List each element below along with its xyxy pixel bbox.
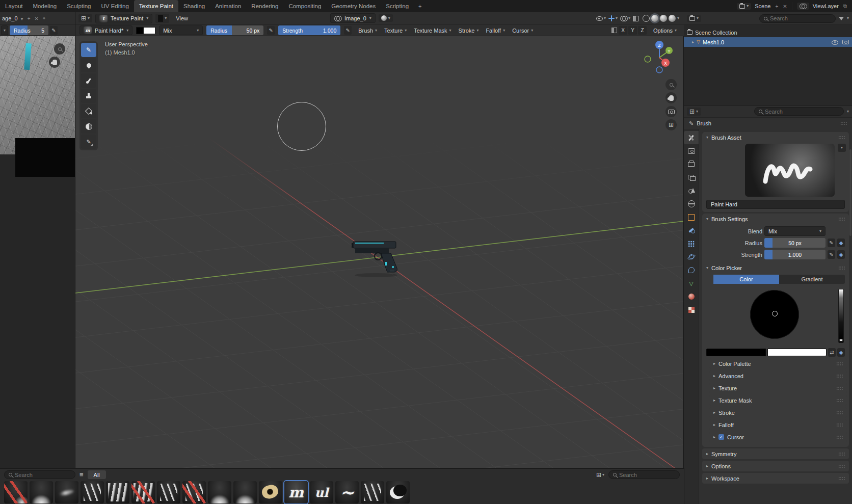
hide-eye-icon[interactable] bbox=[832, 40, 838, 45]
brush-thumbnail[interactable] bbox=[233, 481, 257, 503]
brush-thumbnail[interactable] bbox=[157, 481, 180, 503]
image-radius-slider[interactable]: Radius 5 bbox=[10, 25, 48, 35]
brush-thumbnail[interactable] bbox=[4, 481, 28, 503]
brush-thumbnail[interactable] bbox=[208, 481, 231, 503]
image-name-truncated[interactable]: age_0 bbox=[2, 15, 18, 21]
gun-model[interactable] bbox=[352, 233, 408, 278]
tool-button[interactable] bbox=[81, 43, 96, 57]
mirror-axis-button[interactable]: Y bbox=[628, 26, 637, 35]
new-image-icon[interactable]: + bbox=[26, 16, 32, 21]
mode-dropdown[interactable]: tTexture Paint▾ bbox=[95, 14, 152, 23]
disable-render-icon[interactable] bbox=[842, 40, 849, 44]
properties-search-input[interactable] bbox=[765, 109, 839, 115]
expand-caret-icon[interactable]: ▸ bbox=[692, 40, 694, 44]
scene-name[interactable]: Scene bbox=[754, 3, 771, 9]
properties-tab[interactable] bbox=[684, 184, 699, 197]
radius-pressure-icon[interactable]: ✎ bbox=[828, 238, 835, 247]
strength-slider[interactable]: Strength 1.000 bbox=[278, 25, 340, 35]
solid-shading-button[interactable] bbox=[651, 15, 658, 22]
collapsed-subpanel[interactable]: ▸ ✓ Color Palette bbox=[709, 358, 847, 369]
strength-animate-icon[interactable]: ◆ bbox=[837, 250, 845, 259]
properties-editor-type-button[interactable]: ⊞▾ bbox=[687, 108, 701, 116]
properties-tab[interactable] bbox=[684, 237, 699, 250]
collapsed-subpanel[interactable]: ▸ ✓ Cursor bbox=[709, 432, 847, 442]
properties-tab[interactable] bbox=[684, 263, 699, 277]
outliner-editor-type-button[interactable]: ▾ bbox=[687, 15, 701, 22]
brush-thumbnail[interactable] bbox=[131, 481, 155, 503]
tool-button[interactable] bbox=[81, 73, 96, 88]
navigation-gizmo[interactable]: Z Y X bbox=[640, 38, 679, 77]
shelf-search-input[interactable] bbox=[619, 472, 675, 478]
image-datablock-dropdown[interactable]: Image_0▾ bbox=[330, 13, 376, 23]
strength-slider-prop[interactable]: 1.000 bbox=[764, 250, 826, 259]
brush-thumbnail[interactable] bbox=[335, 481, 359, 503]
popover[interactable]: Cursor▾ bbox=[509, 25, 536, 35]
tool-button[interactable] bbox=[81, 119, 96, 134]
outliner-search[interactable] bbox=[759, 14, 836, 23]
value-slider[interactable] bbox=[838, 289, 844, 343]
popover[interactable]: Texture▾ bbox=[381, 25, 410, 35]
filter-funnel-icon[interactable] bbox=[839, 17, 844, 20]
brush-thumbnail[interactable] bbox=[259, 481, 282, 503]
shelf-menu-icon[interactable]: ≡ bbox=[79, 471, 84, 479]
properties-tab[interactable] bbox=[684, 277, 699, 290]
brush-thumbnail[interactable] bbox=[284, 481, 308, 503]
outliner-filter-caret[interactable]: ▾ bbox=[847, 16, 849, 20]
delete-scene-icon[interactable]: ✕ bbox=[782, 4, 788, 9]
popover[interactable]: Stroke▾ bbox=[456, 25, 482, 35]
rendered-shading-button[interactable] bbox=[669, 15, 676, 22]
collapsed-subpanel[interactable]: ▸ ✓ Texture bbox=[709, 383, 847, 393]
viewport-zoom-icon[interactable] bbox=[665, 79, 677, 90]
viewport-perspective-icon[interactable]: ⊞ bbox=[665, 119, 677, 130]
brush-thumbnail[interactable] bbox=[30, 481, 53, 503]
cursor-checkbox[interactable]: ✓ bbox=[718, 434, 724, 440]
brush-name-field[interactable]: Paint Hard bbox=[706, 200, 845, 209]
brush-thumbnail[interactable] bbox=[182, 481, 206, 503]
secondary-color-swatch[interactable] bbox=[143, 27, 155, 34]
brush-asset-panel-header[interactable]: ▾ Brush Asset bbox=[702, 132, 849, 143]
browse-image-icon[interactable]: ▾ bbox=[20, 16, 24, 21]
properties-scrollbar[interactable] bbox=[849, 149, 851, 236]
mesh-object-row[interactable]: ▸ ▽ Mesh1.0 bbox=[684, 37, 852, 47]
view-menu[interactable]: View bbox=[172, 15, 192, 21]
color-animate-icon[interactable]: ◆ bbox=[837, 348, 845, 357]
collapsed-panel[interactable]: ▸ Workspace bbox=[702, 473, 849, 484]
brush-thumbnail[interactable] bbox=[106, 481, 129, 503]
collapsed-panel[interactable]: ▸ Symmetry bbox=[702, 448, 849, 459]
primary-color-field[interactable] bbox=[706, 349, 766, 356]
viewport-pan-hand-icon[interactable] bbox=[665, 92, 677, 103]
properties-tab[interactable] bbox=[684, 144, 699, 157]
color-mode-button[interactable]: Gradient bbox=[779, 275, 845, 284]
popover[interactable]: Brush▾ bbox=[355, 25, 380, 35]
strength-pressure-icon[interactable]: ✎ bbox=[828, 250, 835, 259]
properties-tab[interactable] bbox=[684, 210, 699, 224]
color-picker-panel-header[interactable]: ▾ Color Picker bbox=[702, 262, 849, 273]
visibility-dropdown[interactable]: ▾ bbox=[596, 16, 606, 21]
workspace-tab[interactable]: Texture Paint bbox=[134, 0, 178, 12]
viewlayer-browse-button[interactable] bbox=[797, 3, 809, 10]
blend-dropdown[interactable]: Mix▾ bbox=[764, 226, 826, 236]
collapsed-subpanel[interactable]: ▸ ✓ Falloff bbox=[709, 419, 847, 430]
workspace-tab[interactable]: Compositing bbox=[283, 0, 326, 12]
properties-tab[interactable] bbox=[684, 131, 699, 144]
catalog-search[interactable] bbox=[4, 470, 75, 479]
tool-button[interactable] bbox=[81, 104, 96, 118]
workspace-tab[interactable]: Animation bbox=[210, 0, 246, 12]
workspace-tab[interactable]: Rendering bbox=[246, 0, 283, 12]
pressure-pen-icon[interactable]: ✎ bbox=[50, 26, 58, 35]
radius-slider-prop[interactable]: 50 px bbox=[764, 238, 826, 248]
brush-thumbnail[interactable] bbox=[55, 481, 78, 503]
workspace-tab[interactable]: Shading bbox=[178, 0, 210, 12]
properties-search[interactable] bbox=[754, 107, 844, 116]
color-wheel[interactable] bbox=[750, 290, 799, 339]
workspace-tab[interactable]: Sculpting bbox=[62, 0, 96, 12]
popover[interactable]: Texture Mask▾ bbox=[411, 25, 454, 35]
brush-thumbnail[interactable] bbox=[81, 481, 104, 503]
tool-button[interactable] bbox=[81, 135, 96, 149]
collapsed-subpanel[interactable]: ▸ ✓ Stroke bbox=[709, 407, 847, 418]
properties-filter-caret[interactable]: ▾ bbox=[847, 110, 849, 114]
viewlayer-name[interactable]: ViewLayer bbox=[812, 3, 840, 9]
tool-button[interactable] bbox=[81, 58, 96, 72]
radius-slider[interactable]: Radius 50 px bbox=[206, 25, 263, 35]
overlays-toggle[interactable]: ▾ bbox=[620, 16, 630, 21]
